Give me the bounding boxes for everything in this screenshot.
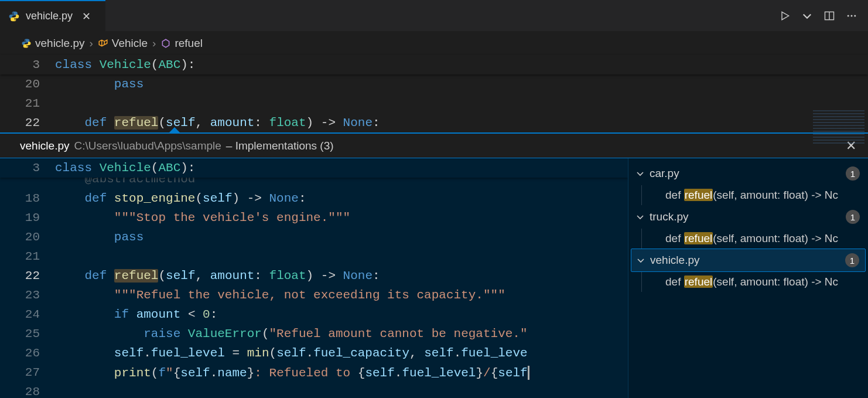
code-line[interactable]: 21 xyxy=(0,247,628,266)
tree-reference-item[interactable]: def refuel(self, amount: float) -> Nc xyxy=(641,229,868,249)
split-editor-icon[interactable] xyxy=(823,10,835,22)
peek-indicator-icon xyxy=(169,127,180,133)
breadcrumb-file[interactable]: vehicle.py xyxy=(21,37,85,50)
svg-point-3 xyxy=(851,15,853,16)
chevron-down-icon xyxy=(636,256,645,265)
code-line[interactable]: 25 raise ValueError("Refuel amount canno… xyxy=(0,324,628,343)
peek-title-file: vehicle.py xyxy=(20,140,70,152)
tree-reference-item[interactable]: def refuel(self, amount: float) -> Nc xyxy=(641,272,868,292)
sticky-scroll-line[interactable]: 3 class Vehicle(ABC): xyxy=(0,158,628,178)
code-line[interactable]: 19 """Stop the vehicle's engine.""" xyxy=(0,208,628,227)
code-line[interactable]: 22 def refuel(self, amount: float) -> No… xyxy=(0,266,628,285)
peek-editor[interactable]: 3 class Vehicle(ABC): @abstractmethod 18… xyxy=(0,158,628,398)
chevron-down-icon xyxy=(635,212,645,222)
count-badge: 1 xyxy=(845,253,859,267)
code-line[interactable]: 22 def refuel(self, amount: float) -> No… xyxy=(0,113,868,132)
tree-file-item[interactable]: truck.py 1 xyxy=(628,205,868,229)
count-badge: 1 xyxy=(846,210,860,224)
run-button[interactable] xyxy=(779,10,791,22)
tree-file-item[interactable]: vehicle.py 1 xyxy=(631,249,866,272)
code-line[interactable]: 18 def stop_engine(self) -> None: xyxy=(0,189,628,208)
tree-file-item[interactable]: car.py 1 xyxy=(628,162,868,185)
svg-point-4 xyxy=(854,15,856,16)
more-actions-icon[interactable] xyxy=(846,10,857,22)
tab-bar: vehicle.py ✕ xyxy=(0,0,868,32)
method-symbol-icon xyxy=(160,38,171,49)
sticky-scroll-line[interactable]: 3 class Vehicle(ABC): xyxy=(0,55,868,74)
code-line[interactable]: 21 xyxy=(0,94,868,113)
peek-title-suffix: – Implementations (3) xyxy=(226,140,334,152)
run-dropdown-icon[interactable] xyxy=(801,10,813,22)
peek-reference-tree: car.py 1 def refuel(self, amount: float)… xyxy=(628,158,868,398)
chevron-down-icon xyxy=(635,169,645,178)
chevron-right-icon: › xyxy=(152,37,156,50)
tab-close-icon[interactable]: ✕ xyxy=(82,10,91,23)
code-line[interactable]: 26 self.fuel_level = min(self.fuel_capac… xyxy=(0,343,628,363)
tree-reference-item[interactable]: def refuel(self, amount: float) -> Nc xyxy=(641,185,868,205)
code-line[interactable]: 20 pass xyxy=(0,74,868,94)
code-line[interactable]: 27 print(f"{self.name}: Refueled to {sel… xyxy=(0,363,628,382)
editor[interactable]: 3 class Vehicle(ABC): 20 pass 21 22 def … xyxy=(0,55,868,132)
breadcrumb-class[interactable]: Vehicle xyxy=(98,37,148,50)
tab-filename: vehicle.py xyxy=(26,10,73,22)
editor-actions xyxy=(779,0,868,31)
count-badge: 1 xyxy=(846,166,860,181)
editor-tab[interactable]: vehicle.py ✕ xyxy=(0,0,105,31)
peek-view: vehicle.py C:\Users\luabud\Apps\sample –… xyxy=(0,132,868,398)
python-file-icon xyxy=(21,38,32,49)
code-line[interactable]: 20 pass xyxy=(0,227,628,247)
breadcrumb: vehicle.py › Vehicle › refuel xyxy=(0,32,868,55)
peek-title-path: C:\Users\luabud\Apps\sample xyxy=(74,140,221,152)
breadcrumb-method[interactable]: refuel xyxy=(160,37,203,50)
svg-point-2 xyxy=(848,15,849,16)
chevron-right-icon: › xyxy=(90,37,93,50)
class-symbol-icon xyxy=(98,38,108,49)
code-line[interactable]: 28 xyxy=(0,382,628,398)
peek-header: vehicle.py C:\Users\luabud\Apps\sample –… xyxy=(0,134,868,158)
code-line[interactable]: 23 """Refuel the vehicle, not exceeding … xyxy=(0,285,628,305)
code-line[interactable]: 24 if amount < 0: xyxy=(0,305,628,324)
python-file-icon xyxy=(8,11,20,22)
